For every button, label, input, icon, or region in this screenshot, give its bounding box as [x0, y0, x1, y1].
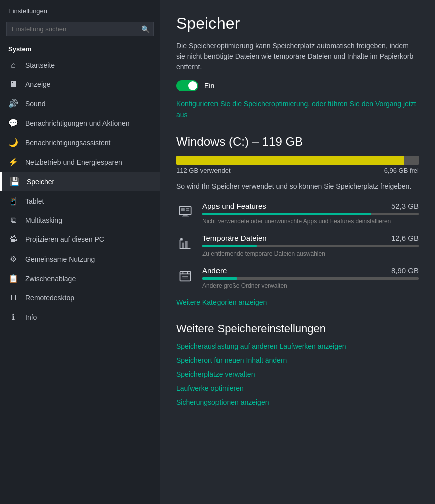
weitere-link-0[interactable]: Speicherauslastung auf anderen Laufwerke…	[176, 342, 419, 350]
sidebar-label-projizieren: Projizieren auf diesen PC	[25, 235, 104, 243]
zwischenablage-icon: 📋	[8, 274, 18, 283]
sidebar-item-zwischenablage[interactable]: 📋 Zwischenablage	[0, 269, 160, 288]
sidebar-item-startseite[interactable]: ⌂ Startseite	[0, 56, 160, 75]
page-title: Speicher	[176, 14, 419, 33]
sidebar-label-benachrichtigungen: Benachrichtigungen und Aktionen	[25, 119, 130, 127]
sidebar-label-gemeinsam: Gemeinsame Nutzung	[25, 255, 95, 263]
projizieren-icon: 📽	[8, 235, 18, 244]
category-item: Andere 8,90 GB Andere große Ordner verwa…	[176, 266, 419, 289]
sidebar-label-multitasking: Multitasking	[25, 216, 62, 224]
anzeige-icon: 🖥	[8, 80, 18, 89]
tablet-icon: 📱	[8, 196, 18, 206]
category-name-2[interactable]: Andere	[202, 266, 227, 275]
storage-bar-labels: 112 GB verwendet 6,96 GB frei	[176, 167, 419, 174]
weitere-links: Speicherauslastung auf anderen Laufwerke…	[176, 342, 419, 406]
netzbetrieb-icon: ⚡	[8, 157, 18, 167]
storage-bar-used	[176, 156, 404, 165]
section-title: System	[0, 42, 160, 56]
weitere-link-1[interactable]: Speicherort für neuen Inhalt ändern	[176, 356, 419, 364]
benachrichtigungen-icon: 💬	[8, 118, 18, 128]
sound-icon: 🔊	[8, 99, 18, 108]
more-categories-link[interactable]: Weitere Kategorien anzeigen	[176, 298, 267, 306]
category-item: Apps und Features 52,3 GB Nicht verwende…	[176, 202, 419, 225]
search-input[interactable]	[6, 22, 154, 36]
sidebar-label-anzeige: Anzeige	[25, 80, 51, 88]
sidebar-item-benachrichtigungen[interactable]: 💬 Benachrichtigungen und Aktionen	[0, 113, 160, 133]
category-content-0: Apps und Features 52,3 GB Nicht verwende…	[202, 202, 419, 225]
sidebar: Einstellungen 🔍 System ⌂ Startseite 🖥 An…	[0, 0, 160, 504]
sidebar-label-speicher: Speicher	[27, 178, 54, 186]
weitere-link-3[interactable]: Laufwerke optimieren	[176, 384, 419, 392]
category-item: Temporäre Dateien 12,6 GB Zu entfernende…	[176, 234, 419, 257]
multitasking-icon: ⧉	[8, 216, 18, 225]
category-bar-2	[202, 277, 419, 280]
free-label: 6,96 GB frei	[384, 167, 419, 174]
search-container: 🔍	[6, 22, 154, 36]
sidebar-nav: ⌂ Startseite 🖥 Anzeige 🔊 Sound 💬 Benachr…	[0, 56, 160, 327]
description-text: Die Speicheroptimierung kann Speicherpla…	[176, 41, 419, 72]
category-bar-fill-0	[202, 213, 371, 215]
storage-bar-free	[404, 156, 419, 165]
remotedesktop-icon: 🖥	[8, 293, 18, 302]
sidebar-item-projizieren[interactable]: 📽 Projizieren auf diesen PC	[0, 230, 160, 249]
category-name-1[interactable]: Temporäre Dateien	[202, 234, 267, 242]
svg-rect-2	[186, 208, 189, 209]
configure-link[interactable]: Konfigurieren Sie die Speicheroptimierun…	[176, 98, 419, 121]
sidebar-item-speicher[interactable]: 💾 Speicher	[0, 172, 160, 191]
toggle-label: Ein	[204, 82, 214, 90]
sidebar-label-info: Info	[25, 313, 37, 321]
category-content-2: Andere 8,90 GB Andere große Ordner verwa…	[202, 266, 419, 289]
category-desc-0: Nicht verwendete oder unerwünschte Apps …	[202, 218, 419, 225]
category-header-1: Temporäre Dateien 12,6 GB	[202, 234, 419, 242]
storage-info-text: So wird Ihr Speicher verwendet und so kö…	[176, 181, 419, 192]
svg-rect-7	[185, 241, 188, 248]
storage-bar	[176, 156, 419, 165]
sidebar-label-tablet: Tablet	[25, 197, 44, 205]
sidebar-item-anzeige[interactable]: 🖥 Anzeige	[0, 75, 160, 94]
category-header-2: Andere 8,90 GB	[202, 266, 419, 275]
category-bar-fill-1	[202, 245, 257, 247]
category-header-0: Apps und Features 52,3 GB	[202, 202, 419, 210]
sidebar-label-remotedesktop: Remotedesktop	[25, 294, 74, 302]
sidebar-item-remotedesktop[interactable]: 🖥 Remotedesktop	[0, 288, 160, 307]
sidebar-item-assistent[interactable]: 🌙 Benachrichtigungsassistent	[0, 133, 160, 152]
startseite-icon: ⌂	[8, 61, 18, 70]
weitere-link-4[interactable]: Sicherungsoptionen anzeigen	[176, 398, 419, 406]
category-size-2: 8,90 GB	[391, 266, 419, 275]
main-content: Speicher Die Speicheroptimierung kann Sp…	[160, 0, 435, 504]
category-icon-0	[176, 203, 194, 221]
speicher-icon: 💾	[10, 177, 20, 186]
svg-rect-6	[182, 242, 184, 248]
used-label: 112 GB verwendet	[176, 167, 231, 174]
sidebar-item-tablet[interactable]: 📱 Tablet	[0, 191, 160, 211]
sidebar-item-multitasking[interactable]: ⧉ Multitasking	[0, 211, 160, 230]
category-name-0[interactable]: Apps und Features	[202, 202, 266, 210]
category-desc-1: Zu entfernende temporäre Dateien auswähl…	[202, 250, 419, 257]
category-desc-2: Andere große Ordner verwalten	[202, 282, 419, 289]
sidebar-item-netzbetrieb[interactable]: ⚡ Netzbetrieb und Energiesparen	[0, 152, 160, 172]
sidebar-label-netzbetrieb: Netzbetrieb und Energiesparen	[25, 158, 122, 166]
sidebar-label-startseite: Startseite	[25, 61, 55, 69]
storage-optimize-toggle[interactable]	[176, 80, 198, 91]
drive-section-title: Windows (C:) – 119 GB	[176, 135, 419, 149]
toggle-row: Ein	[176, 80, 419, 91]
sidebar-item-sound[interactable]: 🔊 Sound	[0, 94, 160, 113]
categories-container: Apps und Features 52,3 GB Nicht verwende…	[176, 202, 419, 289]
weitere-title: Weitere Speichereinstellungen	[176, 322, 419, 335]
category-bar-1	[202, 245, 419, 247]
weitere-link-2[interactable]: Speicherplätze verwalten	[176, 370, 419, 378]
info-icon: ℹ	[8, 312, 18, 322]
category-size-0: 52,3 GB	[391, 202, 419, 210]
sidebar-item-gemeinsam[interactable]: ⚙ Gemeinsame Nutzung	[0, 249, 160, 269]
svg-rect-1	[181, 208, 185, 211]
svg-rect-3	[186, 210, 189, 211]
svg-rect-4	[183, 215, 187, 216]
assistent-icon: 🌙	[8, 138, 18, 147]
search-icon: 🔍	[141, 25, 150, 33]
category-bar-0	[202, 213, 419, 215]
category-icon-2	[176, 267, 194, 285]
app-title: Einstellungen	[0, 0, 160, 19]
sidebar-label-assistent: Benachrichtigungsassistent	[25, 139, 110, 147]
sidebar-item-info[interactable]: ℹ Info	[0, 307, 160, 327]
category-content-1: Temporäre Dateien 12,6 GB Zu entfernende…	[202, 234, 419, 257]
